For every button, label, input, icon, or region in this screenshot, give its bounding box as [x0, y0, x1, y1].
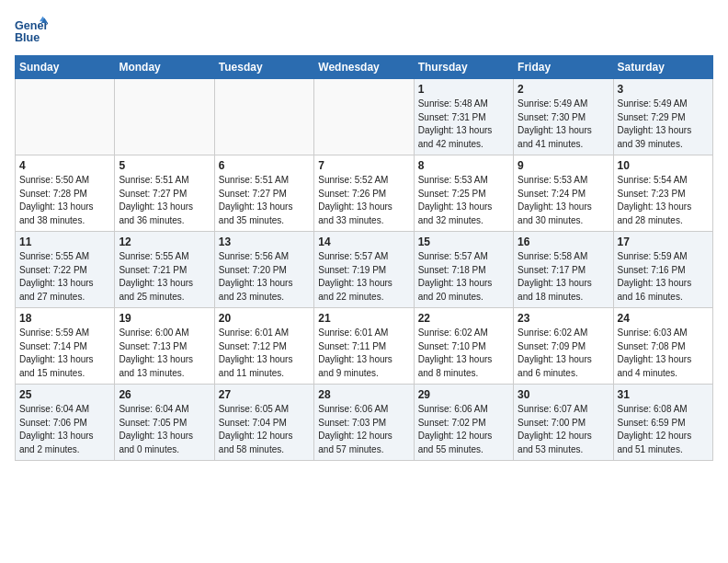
calendar-cell: 16Sunrise: 5:58 AM Sunset: 7:17 PM Dayli…: [514, 232, 613, 308]
day-info: Sunrise: 6:01 AM Sunset: 7:12 PM Dayligh…: [219, 327, 310, 380]
day-info: Sunrise: 6:01 AM Sunset: 7:11 PM Dayligh…: [318, 327, 409, 380]
day-info: Sunrise: 5:58 AM Sunset: 7:17 PM Dayligh…: [518, 250, 609, 304]
calendar-cell: 7Sunrise: 5:52 AM Sunset: 7:26 PM Daylig…: [314, 155, 414, 232]
day-number: 25: [19, 388, 110, 401]
calendar-cell: 24Sunrise: 6:03 AM Sunset: 7:08 PM Dayli…: [613, 308, 712, 385]
day-info: Sunrise: 6:04 AM Sunset: 7:06 PM Dayligh…: [19, 403, 110, 456]
calendar-cell: 11Sunrise: 5:55 AM Sunset: 7:22 PM Dayli…: [16, 232, 115, 308]
day-number: 30: [518, 388, 609, 401]
calendar-cell: 12Sunrise: 5:55 AM Sunset: 7:21 PM Dayli…: [115, 232, 214, 308]
logo: General Blue: [15, 15, 53, 48]
day-info: Sunrise: 6:05 AM Sunset: 7:04 PM Dayligh…: [219, 403, 310, 456]
calendar-cell: 8Sunrise: 5:53 AM Sunset: 7:25 PM Daylig…: [414, 155, 513, 232]
calendar-cell: 9Sunrise: 5:53 AM Sunset: 7:24 PM Daylig…: [514, 155, 613, 232]
day-info: Sunrise: 6:06 AM Sunset: 7:02 PM Dayligh…: [418, 403, 509, 456]
day-number: 15: [418, 236, 509, 248]
day-info: Sunrise: 5:54 AM Sunset: 7:23 PM Dayligh…: [618, 174, 709, 227]
day-number: 22: [418, 312, 509, 325]
day-number: 5: [119, 159, 210, 172]
day-number: 19: [119, 312, 210, 325]
day-info: Sunrise: 5:52 AM Sunset: 7:26 PM Dayligh…: [318, 174, 409, 227]
calendar-cell: 13Sunrise: 5:56 AM Sunset: 7:20 PM Dayli…: [214, 232, 313, 308]
day-number: 21: [318, 312, 409, 325]
header-saturday: Saturday: [613, 56, 712, 79]
week-row-4: 18Sunrise: 5:59 AM Sunset: 7:14 PM Dayli…: [16, 308, 713, 385]
calendar-cell: 18Sunrise: 5:59 AM Sunset: 7:14 PM Dayli…: [16, 308, 115, 385]
calendar-cell: 3Sunrise: 5:49 AM Sunset: 7:29 PM Daylig…: [613, 79, 712, 155]
day-info: Sunrise: 6:06 AM Sunset: 7:03 PM Dayligh…: [318, 403, 409, 456]
calendar-cell: 6Sunrise: 5:51 AM Sunset: 7:27 PM Daylig…: [214, 155, 313, 232]
calendar-cell: 20Sunrise: 6:01 AM Sunset: 7:12 PM Dayli…: [214, 308, 313, 385]
day-number: 9: [518, 159, 609, 172]
calendar-cell: 22Sunrise: 6:02 AM Sunset: 7:10 PM Dayli…: [414, 308, 513, 385]
day-number: 16: [518, 236, 609, 248]
calendar-cell: 31Sunrise: 6:08 AM Sunset: 6:59 PM Dayli…: [613, 385, 712, 461]
header-friday: Friday: [514, 56, 613, 79]
calendar-cell: 25Sunrise: 6:04 AM Sunset: 7:06 PM Dayli…: [16, 385, 115, 461]
calendar-cell: 27Sunrise: 6:05 AM Sunset: 7:04 PM Dayli…: [214, 385, 313, 461]
header-tuesday: Tuesday: [214, 56, 313, 79]
day-info: Sunrise: 5:57 AM Sunset: 7:19 PM Dayligh…: [318, 250, 409, 304]
day-number: 29: [418, 388, 509, 401]
calendar-cell: [16, 79, 115, 155]
day-number: 8: [418, 159, 509, 172]
day-number: 24: [618, 312, 709, 325]
day-info: Sunrise: 5:55 AM Sunset: 7:21 PM Dayligh…: [119, 250, 210, 304]
day-number: 10: [618, 159, 709, 172]
day-number: 17: [618, 236, 709, 248]
calendar-header-row: SundayMondayTuesdayWednesdayThursdayFrid…: [16, 56, 713, 79]
day-info: Sunrise: 5:51 AM Sunset: 7:27 PM Dayligh…: [119, 174, 210, 227]
day-number: 3: [618, 83, 709, 96]
calendar-cell: 1Sunrise: 5:48 AM Sunset: 7:31 PM Daylig…: [414, 79, 513, 155]
day-info: Sunrise: 5:56 AM Sunset: 7:20 PM Dayligh…: [219, 250, 310, 304]
day-number: 2: [518, 83, 609, 96]
day-info: Sunrise: 6:03 AM Sunset: 7:08 PM Dayligh…: [618, 327, 709, 380]
day-info: Sunrise: 5:50 AM Sunset: 7:28 PM Dayligh…: [19, 174, 110, 227]
calendar-cell: 23Sunrise: 6:02 AM Sunset: 7:09 PM Dayli…: [514, 308, 613, 385]
day-number: 20: [219, 312, 310, 325]
day-info: Sunrise: 6:07 AM Sunset: 7:00 PM Dayligh…: [518, 403, 609, 456]
header-wednesday: Wednesday: [314, 56, 414, 79]
calendar-cell: 19Sunrise: 6:00 AM Sunset: 7:13 PM Dayli…: [115, 308, 214, 385]
calendar-cell: 5Sunrise: 5:51 AM Sunset: 7:27 PM Daylig…: [115, 155, 214, 232]
calendar-cell: [314, 79, 414, 155]
calendar-cell: 21Sunrise: 6:01 AM Sunset: 7:11 PM Dayli…: [314, 308, 414, 385]
calendar-cell: 14Sunrise: 5:57 AM Sunset: 7:19 PM Dayli…: [314, 232, 414, 308]
header-sunday: Sunday: [16, 56, 115, 79]
calendar-table: SundayMondayTuesdayWednesdayThursdayFrid…: [15, 55, 713, 461]
day-info: Sunrise: 5:53 AM Sunset: 7:25 PM Dayligh…: [418, 174, 509, 227]
day-info: Sunrise: 6:00 AM Sunset: 7:13 PM Dayligh…: [119, 327, 210, 380]
day-info: Sunrise: 5:49 AM Sunset: 7:30 PM Dayligh…: [518, 98, 609, 151]
logo-icon: General Blue: [15, 15, 48, 48]
day-number: 12: [119, 236, 210, 248]
calendar-cell: 15Sunrise: 5:57 AM Sunset: 7:18 PM Dayli…: [414, 232, 513, 308]
header-thursday: Thursday: [414, 56, 513, 79]
day-info: Sunrise: 5:51 AM Sunset: 7:27 PM Dayligh…: [219, 174, 310, 227]
week-row-1: 1Sunrise: 5:48 AM Sunset: 7:31 PM Daylig…: [16, 79, 713, 155]
day-info: Sunrise: 5:59 AM Sunset: 7:16 PM Dayligh…: [618, 250, 709, 304]
calendar-cell: 26Sunrise: 6:04 AM Sunset: 7:05 PM Dayli…: [115, 385, 214, 461]
calendar-cell: 17Sunrise: 5:59 AM Sunset: 7:16 PM Dayli…: [613, 232, 712, 308]
day-number: 27: [219, 388, 310, 401]
calendar-cell: [214, 79, 313, 155]
week-row-5: 25Sunrise: 6:04 AM Sunset: 7:06 PM Dayli…: [16, 385, 713, 461]
calendar-cell: 28Sunrise: 6:06 AM Sunset: 7:03 PM Dayli…: [314, 385, 414, 461]
day-number: 13: [219, 236, 310, 248]
day-info: Sunrise: 5:59 AM Sunset: 7:14 PM Dayligh…: [19, 327, 110, 380]
week-row-3: 11Sunrise: 5:55 AM Sunset: 7:22 PM Dayli…: [16, 232, 713, 308]
day-info: Sunrise: 6:02 AM Sunset: 7:09 PM Dayligh…: [518, 327, 609, 380]
day-number: 6: [219, 159, 310, 172]
day-number: 26: [119, 388, 210, 401]
calendar-cell: [115, 79, 214, 155]
day-number: 31: [618, 388, 709, 401]
day-number: 4: [19, 159, 110, 172]
header-monday: Monday: [115, 56, 214, 79]
week-row-2: 4Sunrise: 5:50 AM Sunset: 7:28 PM Daylig…: [16, 155, 713, 232]
day-number: 7: [318, 159, 409, 172]
day-number: 18: [19, 312, 110, 325]
day-info: Sunrise: 5:55 AM Sunset: 7:22 PM Dayligh…: [19, 250, 110, 304]
day-number: 1: [418, 83, 509, 96]
day-number: 14: [318, 236, 409, 248]
day-info: Sunrise: 6:08 AM Sunset: 6:59 PM Dayligh…: [618, 403, 709, 456]
page-header: General Blue: [15, 15, 713, 48]
